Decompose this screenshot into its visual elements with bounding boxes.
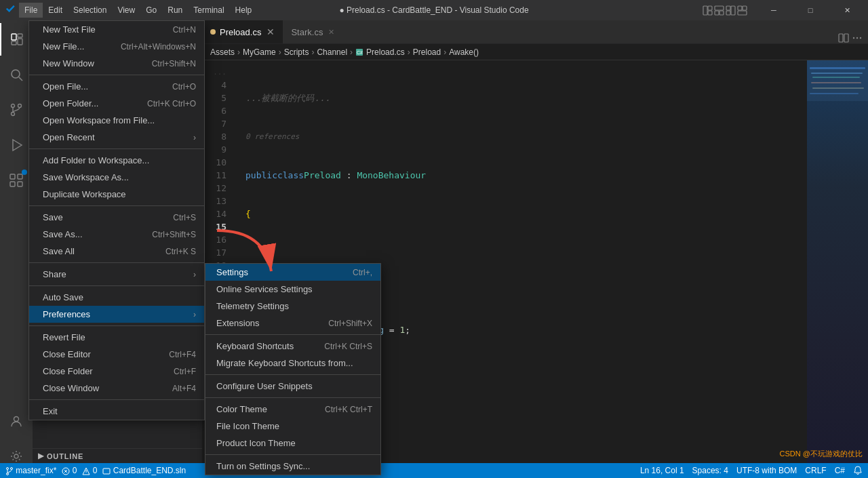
menu-duplicate-workspace[interactable]: Duplicate Workspace: [29, 186, 204, 203]
cursor-position[interactable]: Ln 16, Col 1: [640, 466, 684, 475]
error-count[interactable]: 0: [62, 466, 77, 475]
menu-item-shortcut: Ctrl+Alt+Windows+N: [121, 42, 196, 52]
layout-icon-1[interactable]: [703, 5, 713, 16]
menu-run[interactable]: Run: [162, 3, 188, 18]
prefs-extensions[interactable]: Extensions Ctrl+Shift+X: [205, 315, 380, 332]
breadcrumb-part[interactable]: Scripts: [284, 47, 309, 57]
menu-item-label: New Window: [43, 58, 94, 68]
prefs-product-icon-theme[interactable]: Product Icon Theme: [205, 435, 380, 452]
prefs-keyboard-shortcuts[interactable]: Keyboard Shortcuts Ctrl+K Ctrl+S: [205, 338, 380, 355]
menu-new-file[interactable]: New File... Ctrl+Alt+Windows+N: [29, 38, 204, 55]
activity-run[interactable]: [0, 129, 33, 161]
svg-rect-23: [18, 174, 22, 179]
warning-num: 0: [93, 466, 98, 475]
menu-item-label: Close Editor: [43, 349, 91, 359]
breadcrumb-part[interactable]: MyGame: [243, 47, 276, 57]
prefs-color-theme[interactable]: Color Theme Ctrl+K Ctrl+T: [205, 401, 380, 418]
svg-rect-8: [726, 11, 730, 15]
breadcrumb-part[interactable]: Assets: [210, 47, 235, 57]
svg-rect-9: [738, 6, 742, 10]
prefs-item-shortcut: Ctrl+K Ctrl+S: [324, 342, 372, 351]
menu-close-folder[interactable]: Close Folder Ctrl+F: [29, 363, 204, 380]
breadcrumb-part[interactable]: Preload.cs: [366, 47, 405, 57]
tab-stark[interactable]: Stark.cs ✕: [283, 20, 342, 43]
activity-extensions[interactable]: [0, 164, 33, 197]
activity-source-control[interactable]: [0, 94, 33, 126]
activity-explorer[interactable]: [0, 23, 33, 56]
menu-file[interactable]: File: [19, 3, 43, 18]
maximize-button[interactable]: □: [795, 0, 826, 20]
activity-search[interactable]: [0, 58, 33, 91]
warning-count[interactable]: 0: [82, 466, 97, 475]
svg-rect-24: [10, 182, 15, 186]
outline-toggle[interactable]: ▶ OUTLINE: [33, 449, 202, 463]
notifications-icon[interactable]: [853, 466, 863, 475]
breadcrumb-part[interactable]: Awake(): [449, 47, 479, 57]
split-editor-icon[interactable]: [838, 33, 849, 43]
breadcrumb-part[interactable]: Channel: [317, 47, 347, 57]
prefs-item-label: Product Icon Theme: [216, 438, 296, 448]
arrow-right-icon: ›: [193, 270, 196, 279]
spaces[interactable]: Spaces: 4: [692, 466, 728, 475]
tab-preload[interactable]: Preload.cs ✕: [202, 20, 283, 43]
svg-rect-1: [708, 6, 712, 10]
prefs-item-shortcut: Ctrl+K Ctrl+T: [325, 405, 372, 414]
svg-point-40: [860, 37, 861, 39]
menu-item-label: Revert File: [43, 332, 85, 342]
menu-revert-file[interactable]: Revert File: [29, 329, 204, 346]
menu-open-file[interactable]: Open File... Ctrl+O: [29, 78, 204, 95]
prefs-settings-sync[interactable]: Turn on Settings Sync...: [205, 458, 380, 475]
status-bar: master_fix* 0 0 CardBattle_END.sln Ln 16…: [0, 463, 868, 478]
tab-close-icon[interactable]: ✕: [328, 28, 334, 37]
layout-icon-2[interactable]: [714, 5, 724, 16]
prefs-user-snippets[interactable]: Configure User Snippets: [205, 378, 380, 395]
menu-add-folder[interactable]: Add Folder to Workspace...: [29, 152, 204, 169]
menu-close-editor[interactable]: Close Editor Ctrl+F4: [29, 346, 204, 363]
menu-selection[interactable]: Selection: [68, 3, 112, 18]
status-left: master_fix* 0 0 CardBattle_END.sln: [5, 466, 186, 475]
menu-save[interactable]: Save Ctrl+S: [29, 209, 204, 226]
minimize-button[interactable]: ─: [758, 0, 789, 20]
preferences-submenu: Settings Ctrl+, Online Services Settings…: [205, 263, 381, 475]
breadcrumb-part[interactable]: Preload: [413, 47, 441, 57]
menu-close-window[interactable]: Close Window Alt+F4: [29, 380, 204, 397]
solution-name[interactable]: CardBattle_END.sln: [102, 466, 186, 475]
encoding[interactable]: UTF-8 with BOM: [736, 466, 797, 475]
menu-view[interactable]: View: [112, 3, 140, 18]
layout-icon-3[interactable]: [726, 5, 736, 16]
language-mode[interactable]: C#: [835, 466, 845, 475]
menu-help[interactable]: Help: [230, 3, 258, 18]
prefs-settings[interactable]: Settings Ctrl+,: [205, 264, 380, 281]
git-branch[interactable]: master_fix*: [5, 466, 56, 475]
menu-save-as[interactable]: Save As... Ctrl+Shift+S: [29, 226, 204, 243]
menu-edit[interactable]: Edit: [43, 3, 68, 18]
menu-new-text-file[interactable]: New Text File Ctrl+N: [29, 21, 204, 38]
layout-icon-4[interactable]: [737, 5, 747, 16]
prefs-item-label: File Icon Theme: [216, 421, 279, 431]
prefs-telemetry[interactable]: Telemetry Settings: [205, 298, 380, 315]
activity-account[interactable]: [0, 405, 33, 437]
menu-new-window[interactable]: New Window Ctrl+Shift+N: [29, 55, 204, 72]
menu-open-folder[interactable]: Open Folder... Ctrl+K Ctrl+O: [29, 95, 204, 112]
menu-save-all[interactable]: Save All Ctrl+K S: [29, 243, 204, 260]
close-button[interactable]: ✕: [831, 0, 863, 20]
menu-exit[interactable]: Exit: [29, 403, 204, 420]
more-actions-icon[interactable]: [852, 33, 863, 43]
menu-open-recent[interactable]: Open Recent ›: [29, 129, 204, 146]
titlebar: File Edit Selection View Go Run Terminal…: [0, 0, 868, 20]
prefs-migrate-keyboard[interactable]: Migrate Keyboard Shortcuts from...: [205, 355, 380, 372]
menu-terminal[interactable]: Terminal: [188, 3, 229, 18]
menu-share[interactable]: Share ›: [29, 266, 204, 283]
tab-close-icon[interactable]: ✕: [267, 26, 275, 37]
menu-save-workspace-as[interactable]: Save Workspace As...: [29, 169, 204, 186]
menu-open-workspace[interactable]: Open Workspace from File...: [29, 112, 204, 129]
menu-auto-save[interactable]: Auto Save: [29, 289, 204, 306]
extensions-badge: [22, 170, 27, 175]
svg-rect-2: [708, 11, 712, 15]
line-ending[interactable]: CRLF: [805, 466, 826, 475]
prefs-online-services[interactable]: Online Services Settings: [205, 281, 380, 298]
menu-go[interactable]: Go: [140, 3, 162, 18]
prefs-file-icon-theme[interactable]: File Icon Theme: [205, 418, 380, 435]
minimap[interactable]: [807, 60, 868, 478]
menu-preferences[interactable]: Preferences ›: [29, 306, 204, 323]
